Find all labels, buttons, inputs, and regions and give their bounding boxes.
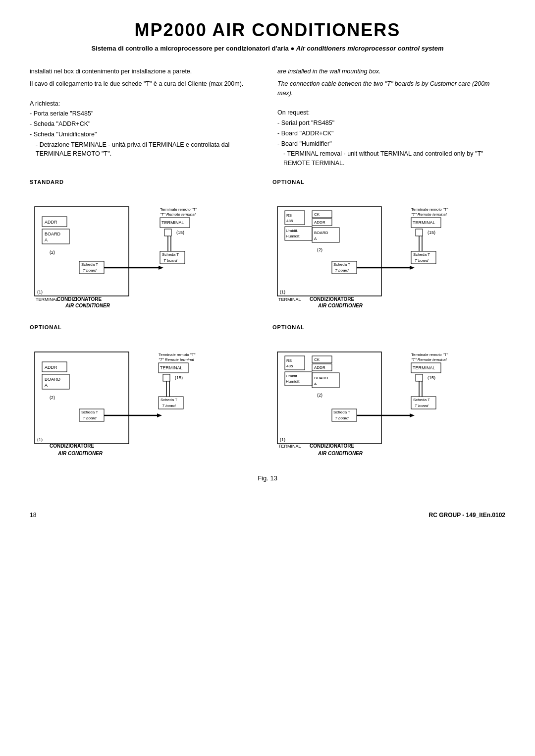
svg-text:485: 485 bbox=[286, 219, 293, 223]
svg-text:(2): (2) bbox=[317, 393, 322, 398]
svg-text:(2): (2) bbox=[50, 395, 55, 400]
svg-text:Scheda T: Scheda T bbox=[413, 252, 430, 257]
svg-text:"T" Remote terminal: "T" Remote terminal bbox=[411, 212, 447, 217]
svg-text:(1): (1) bbox=[37, 437, 43, 442]
svg-text:(15): (15) bbox=[428, 230, 435, 235]
svg-marker-123 bbox=[410, 413, 415, 417]
page-title: MP2000 AIR CONDITIONERS bbox=[30, 20, 505, 41]
bot-diagrams-row: OPTIONAL ADDR BOARD A (2) Scheda T T boa… bbox=[30, 324, 505, 463]
left-text-col: installati nel box di contenimento per i… bbox=[30, 67, 258, 169]
svg-text:A: A bbox=[314, 382, 317, 386]
svg-text:TERMINAL: TERMINAL bbox=[278, 297, 301, 302]
svg-rect-89 bbox=[277, 352, 381, 444]
svg-text:485: 485 bbox=[286, 364, 293, 368]
svg-rect-80 bbox=[163, 374, 170, 381]
diagram-top-right-svg: RS 485 Umidif. Humidif. CK ADDR BOARD A … bbox=[272, 187, 505, 312]
svg-text:T board: T board bbox=[415, 258, 428, 263]
diagram-top-right: OPTIONAL RS 485 Umidif. Humidif. CK ADDR bbox=[272, 179, 505, 312]
svg-text:T board: T board bbox=[335, 268, 349, 273]
svg-text:CONDIZIONATORE: CONDIZIONATORE bbox=[50, 443, 95, 449]
svg-text:Scheda T: Scheda T bbox=[81, 262, 98, 267]
diagram-top-left-svg: ADDR BOARD A (2) Scheda T T board (1) TE… bbox=[30, 187, 263, 312]
svg-text:TERMINAL: TERMINAL bbox=[160, 365, 183, 370]
svg-text:AIR CONDITIONER: AIR CONDITIONER bbox=[65, 303, 110, 308]
svg-text:(2): (2) bbox=[317, 247, 322, 252]
svg-text:ADDR: ADDR bbox=[314, 365, 325, 370]
svg-rect-54 bbox=[416, 229, 423, 236]
svg-text:A: A bbox=[45, 383, 48, 388]
left-list: A richiesta: - Porta seriale "RS485" - S… bbox=[30, 99, 258, 159]
svg-text:RS: RS bbox=[286, 213, 292, 218]
svg-text:(1): (1) bbox=[37, 290, 43, 294]
svg-text:CONDIZIONATORE: CONDIZIONATORE bbox=[310, 296, 355, 302]
svg-text:Scheda T: Scheda T bbox=[81, 410, 98, 414]
right-text-col: are installed in the wall mounting box. … bbox=[277, 67, 505, 169]
svg-rect-115 bbox=[416, 374, 423, 381]
svg-text:T board: T board bbox=[163, 258, 177, 263]
svg-text:Scheda T: Scheda T bbox=[333, 262, 350, 267]
svg-text:T board: T board bbox=[83, 416, 97, 420]
svg-text:"T" Remote terminal: "T" Remote terminal bbox=[159, 357, 194, 362]
svg-text:A: A bbox=[45, 237, 48, 242]
svg-text:(1): (1) bbox=[280, 290, 285, 294]
diagram-bot-left-label: OPTIONAL bbox=[30, 324, 62, 330]
svg-text:Humidif.: Humidif. bbox=[286, 234, 300, 238]
svg-marker-27 bbox=[159, 266, 163, 270]
svg-text:TERMINAL: TERMINAL bbox=[36, 297, 58, 302]
diagram-top-right-label: OPTIONAL bbox=[272, 179, 305, 185]
svg-text:TERMINAL: TERMINAL bbox=[413, 365, 435, 370]
diagram-bot-right-svg: RS 485 Umidif. Humidif. CK ADDR BOARD A … bbox=[272, 332, 505, 463]
svg-text:CONDIZIONATORE: CONDIZIONATORE bbox=[310, 443, 355, 449]
svg-text:Terminale remoto "T": Terminale remoto "T" bbox=[159, 352, 196, 357]
svg-text:(1): (1) bbox=[280, 437, 285, 442]
svg-marker-62 bbox=[410, 266, 415, 270]
footer: 18 RC GROUP - 149_ItEn.0102 bbox=[30, 512, 505, 519]
svg-text:AIR CONDITIONER: AIR CONDITIONER bbox=[57, 451, 103, 456]
svg-text:ADDR: ADDR bbox=[45, 365, 57, 370]
svg-text:Terminale remoto "T": Terminale remoto "T" bbox=[160, 207, 197, 212]
diagram-bot-right-label: OPTIONAL bbox=[272, 324, 305, 330]
svg-text:CK: CK bbox=[314, 357, 320, 362]
svg-text:BOARD: BOARD bbox=[314, 376, 328, 380]
svg-text:BOARD: BOARD bbox=[45, 232, 61, 236]
svg-text:"T" Remote terminal: "T" Remote terminal bbox=[160, 212, 196, 217]
svg-text:(15): (15) bbox=[175, 375, 183, 380]
diagram-top-left: STANDARD ADDR BOARD A (2) Scheda T T boa… bbox=[30, 179, 263, 312]
svg-text:CONDIZIONATORE: CONDIZIONATORE bbox=[57, 296, 102, 302]
diagram-bot-left: OPTIONAL ADDR BOARD A (2) Scheda T T boa… bbox=[30, 324, 263, 463]
svg-text:Terminale remoto "T": Terminale remoto "T" bbox=[411, 207, 448, 212]
diagram-top-left-label: STANDARD bbox=[30, 179, 64, 185]
svg-text:T board: T board bbox=[415, 404, 428, 408]
svg-rect-19 bbox=[164, 229, 171, 236]
svg-text:A: A bbox=[314, 236, 317, 241]
svg-text:Scheda T: Scheda T bbox=[413, 398, 430, 402]
svg-text:T board: T board bbox=[162, 404, 176, 408]
svg-text:T board: T board bbox=[335, 416, 349, 420]
svg-text:CK: CK bbox=[314, 212, 320, 217]
svg-text:Humidif.: Humidif. bbox=[286, 379, 300, 384]
svg-text:TERMINAL: TERMINAL bbox=[413, 220, 435, 225]
svg-text:TERMINAL: TERMINAL bbox=[161, 220, 184, 225]
svg-text:"T" Remote terminal: "T" Remote terminal bbox=[411, 357, 447, 362]
svg-text:Umidif.: Umidif. bbox=[286, 229, 298, 233]
svg-text:BOARD: BOARD bbox=[314, 231, 328, 235]
footer-page-number: 18 bbox=[30, 512, 36, 519]
svg-text:ADDR: ADDR bbox=[314, 220, 325, 225]
svg-text:TERMINAL: TERMINAL bbox=[278, 444, 301, 449]
svg-text:(2): (2) bbox=[50, 250, 55, 255]
svg-text:Scheda T: Scheda T bbox=[333, 410, 350, 414]
svg-text:AIR CONDITIONER: AIR CONDITIONER bbox=[318, 451, 363, 456]
svg-text:RS: RS bbox=[286, 358, 292, 363]
fig-label: Fig. 13 bbox=[30, 474, 505, 482]
top-diagrams-row: STANDARD ADDR BOARD A (2) Scheda T T boa… bbox=[30, 179, 505, 312]
svg-text:Scheda T: Scheda T bbox=[160, 398, 177, 402]
svg-text:BOARD: BOARD bbox=[45, 377, 61, 382]
diagram-bot-left-svg: ADDR BOARD A (2) Scheda T T board (1) CO… bbox=[30, 332, 263, 463]
svg-rect-28 bbox=[277, 207, 381, 296]
footer-company: RC GROUP - 149_ItEn.0102 bbox=[428, 512, 505, 519]
diagram-bot-right: OPTIONAL RS 485 Umidif. Humidif. CK ADDR bbox=[272, 324, 505, 463]
svg-text:T board: T board bbox=[83, 268, 97, 273]
right-list: On request: - Serial port "RS485" - Boar… bbox=[277, 108, 505, 168]
svg-text:AIR CONDITIONER: AIR CONDITIONER bbox=[318, 303, 363, 308]
svg-text:(15): (15) bbox=[176, 230, 184, 235]
